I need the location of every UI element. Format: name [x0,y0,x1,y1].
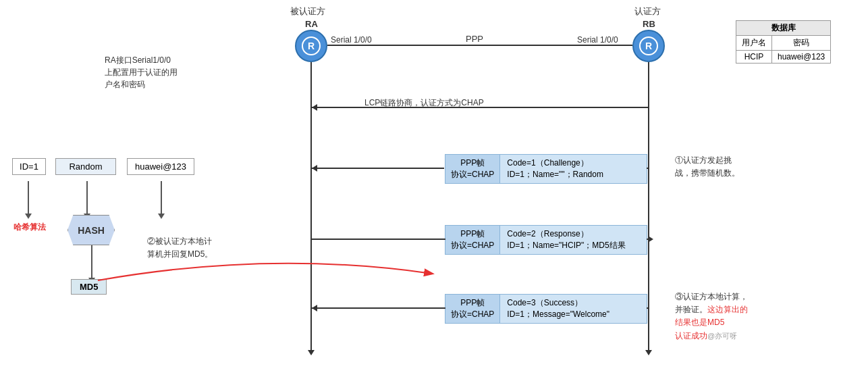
db-user-value: HCIP [736,51,772,64]
ppp-link-label: PPP [466,34,483,44]
step1-text: ①认证方发起挑 战，携带随机数。 [675,154,740,180]
pass-arrow [161,181,162,215]
svg-text:R: R [645,41,652,51]
rb-vertical-line [648,62,649,353]
password-box: huawei@123 [127,158,194,175]
hash-box: HASH [67,215,115,245]
ra-port-label: Serial 1/0/0 [331,35,372,45]
step2-text: ②被认证方本地计 算机并回复MD5。 [147,235,213,261]
id-arrow [28,181,29,215]
authenticator-label: 认证方 [634,5,661,18]
ppp-frame-2: PPP帧 协议=CHAP Code=2（Response） ID=1；Name=… [445,225,647,255]
rb-port-label: Serial 1/0/0 [577,35,618,45]
response-right-line [647,239,649,240]
hash-to-md5-arrow [91,245,92,279]
lcp-label: LCP链路协商，认证方式为CHAP [364,97,484,109]
authenticated-party-label: 被认证方 [290,5,325,18]
random-box: Random [55,158,116,175]
ra-label: RA [305,19,318,29]
db-pass-value: huawei@123 [772,51,831,64]
challenge-left-line [312,168,444,169]
random-arrow [86,181,88,215]
db-header-user: 用户名 [736,36,772,51]
response-left-line [312,239,445,240]
challenge-right-line [647,168,649,169]
ppp-frame-1: PPP帧 协议=CHAP Code=1（Challenge） ID=1；Name… [445,154,647,184]
step3-text: ③认证方本地计算， 并验证。这边算出的 结果也是MD5 认证成功@亦可呀 [675,291,748,343]
ra-router-icon: R [295,30,327,62]
rb-router-icon: R [632,30,665,62]
success-left-line [312,307,445,309]
rb-label: RB [643,19,655,29]
rb-bottom-arrow [645,350,652,355]
ra-bottom-arrow [308,350,315,355]
md5-to-frame-arrow [67,243,472,318]
svg-text:R: R [308,41,315,51]
hash-algo-label: 哈希算法 [13,222,46,233]
id-box: ID=1 [12,158,46,175]
ppp-frame-3: PPP帧 协议=CHAP Code=3（Success） ID=1；Messag… [445,294,647,324]
success-right-line [647,307,649,309]
db-header-pass: 密码 [772,36,831,51]
diagram-container: 被认证方 认证方 RA RB R R Serial 1/0/0 PPP Seri… [0,0,868,375]
md5-box: MD5 [71,279,107,295]
ra-config-text: RA接口Serial1/0/0 上配置用于认证的用 户名和密码 [105,54,178,91]
database-section: 数据库 用户名 密码 HCIP huawei@123 [736,20,831,64]
ppp-line [327,45,632,46]
